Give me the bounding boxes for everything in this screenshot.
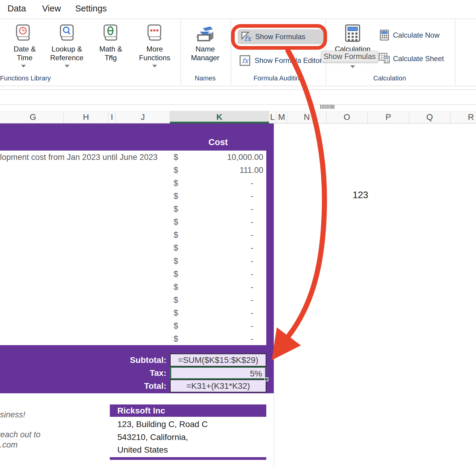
footer-left-line: .com — [0, 440, 18, 450]
currency-symbol: $ — [174, 204, 178, 214]
column-header-N[interactable]: N — [287, 111, 326, 123]
name-manager-label: Name Manager — [184, 45, 226, 62]
column-header-L[interactable]: L — [269, 111, 276, 123]
red-highlight-rectangle — [231, 24, 327, 50]
address-line: 123, Building C, Road C — [117, 420, 208, 429]
group-separator — [455, 20, 455, 85]
cost-value: - — [251, 243, 253, 253]
show-formula-editor-label: Show Formula Editor — [255, 55, 322, 66]
cost-value: 10,000.00 — [227, 153, 263, 162]
menu-divider — [0, 19, 476, 19]
column-header-G[interactable]: G — [2, 111, 64, 123]
chevron-down-icon — [108, 55, 113, 58]
cost-value: - — [251, 334, 253, 344]
column-header-P[interactable]: P — [368, 111, 409, 123]
chevron-down-icon — [65, 65, 70, 67]
calculate-sheet-label: Calculate Sheet — [393, 53, 444, 64]
formula-bar-top-divider — [0, 89, 476, 90]
cost-row[interactable]: $- — [0, 241, 266, 254]
cost-value: - — [251, 270, 253, 279]
show-formulas-tooltip: Show Formulas — [321, 51, 378, 62]
column-header-H[interactable]: H — [64, 111, 108, 123]
group-separator — [231, 20, 231, 85]
cost-row[interactable]: $- — [0, 202, 266, 215]
pane-splitter-handle[interactable] — [320, 105, 335, 109]
company-footer-bar — [110, 457, 266, 460]
total-label: Total: — [90, 379, 166, 392]
currency-symbol: $ — [174, 166, 178, 175]
calculation-group-label: Calculation — [364, 74, 415, 82]
column-gridline — [274, 393, 274, 466]
cost-column-header: Cost — [170, 137, 266, 147]
cost-row[interactable]: $- — [0, 254, 266, 267]
formula-editor-icon: fx — [239, 55, 251, 66]
currency-symbol: $ — [174, 321, 178, 331]
cost-row[interactable]: $- — [0, 293, 266, 306]
currency-symbol: $ — [174, 217, 178, 227]
currency-symbol: $ — [174, 308, 178, 318]
calculate-now-icon — [380, 30, 389, 41]
functions-library-group-label: Functions Library — [0, 74, 51, 82]
currency-symbol: $ — [174, 334, 178, 344]
subtotal-label: Subtotal: — [90, 354, 166, 367]
cost-row[interactable]: $- — [0, 215, 266, 228]
formula-bar-bottom-divider — [0, 105, 476, 105]
currency-symbol: $ — [174, 153, 178, 162]
names-group-label: Names — [187, 74, 224, 82]
company-name-header: Ricksoft Inc — [110, 404, 266, 417]
cost-value: - — [251, 217, 253, 227]
cost-row[interactable]: $- — [0, 267, 266, 280]
svg-text:fx: fx — [242, 57, 249, 64]
cost-row[interactable]: $- — [0, 280, 266, 293]
column-header-K[interactable]: K — [170, 111, 269, 123]
address-line: United States — [117, 445, 168, 455]
column-header-O[interactable]: O — [326, 111, 368, 123]
subtotal-formula-cell[interactable]: =SUM($K$15:$K$29) — [170, 354, 266, 367]
cost-row[interactable]: $- — [0, 228, 266, 241]
formula-auditing-group-label: Formula Auditing — [253, 74, 304, 82]
cost-row[interactable]: $- — [0, 332, 266, 345]
currency-symbol: $ — [174, 282, 178, 292]
tax-value-cell[interactable]: 5% — [170, 367, 266, 379]
row-description: lopment cost from Jan 2023 until June 20… — [0, 153, 171, 162]
currency-symbol: $ — [174, 270, 178, 279]
cost-value: - — [251, 282, 253, 292]
chevron-down-icon — [21, 65, 26, 67]
selected-column-underline — [170, 122, 269, 123]
cost-value: - — [251, 179, 253, 188]
cost-value: - — [251, 308, 253, 318]
menu-item-data[interactable]: Data — [8, 4, 26, 14]
calculate-sheet-icon — [379, 53, 391, 64]
cost-row[interactable]: $111.00 — [0, 164, 266, 176]
cost-value: - — [251, 257, 253, 266]
cost-row[interactable]: $- — [0, 319, 266, 332]
menu-item-view[interactable]: View — [42, 4, 61, 14]
date-time-label: Date & Time — [8, 45, 41, 62]
total-formula-cell[interactable]: =K31+(K31*K32) — [170, 379, 266, 392]
math-trig-label: Math & Trig — [93, 45, 129, 62]
spreadsheet-app-window: DataViewSettings Date & Time — [0, 0, 476, 468]
chevron-down-icon — [350, 65, 355, 68]
group-separator — [181, 20, 181, 85]
cost-row[interactable]: $- — [0, 189, 266, 202]
calculate-now-label: Calculate Now — [393, 30, 440, 41]
selection-fill-handle[interactable] — [264, 377, 268, 381]
cell-value-123[interactable]: 123 — [353, 190, 368, 201]
currency-symbol: $ — [174, 192, 178, 201]
cost-row[interactable]: $- — [0, 176, 266, 189]
cost-value: - — [251, 204, 253, 214]
column-header-I[interactable]: I — [108, 111, 116, 123]
cost-row[interactable]: lopment cost from Jan 2023 until June 20… — [0, 151, 266, 164]
more-functions-label: More Functions — [138, 45, 171, 62]
tax-label: Tax: — [90, 367, 166, 379]
column-header-Q[interactable]: Q — [409, 111, 450, 123]
column-header-R[interactable]: R — [450, 111, 476, 123]
currency-symbol: $ — [174, 295, 178, 305]
cost-value: 111.00 — [240, 166, 263, 175]
column-header-M[interactable]: M — [276, 111, 287, 123]
cost-value: - — [251, 321, 253, 331]
menu-item-settings[interactable]: Settings — [75, 4, 107, 14]
column-header-J[interactable]: J — [116, 111, 170, 123]
cost-row[interactable]: $- — [0, 306, 266, 319]
footer-left-line: reach out to — [0, 430, 41, 439]
